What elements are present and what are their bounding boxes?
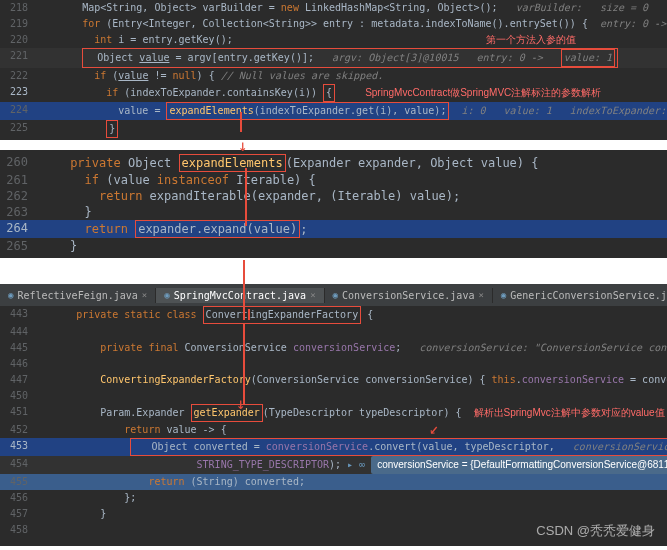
debug-tooltip[interactable]: conversionService = {DefaultFormattingCo… [371,456,667,474]
line-number: 219 [4,16,34,32]
close-icon[interactable]: × [310,290,315,300]
line-number: 447 [4,372,34,388]
java-icon: ◉ [333,290,338,300]
line-number: 264 [4,220,34,236]
line-number: 263 [4,204,34,220]
line-number: 262 [4,188,34,204]
line-number: 453 [4,438,34,454]
code-line[interactable]: 220 int i = entry.getKey(); 第一个方法入参的值 [0,32,667,48]
code-line[interactable]: 456 }; [0,490,667,506]
code-line[interactable]: 451 Param.Expander getExpander(TypeDescr… [0,404,667,422]
line-number: 261 [4,172,34,188]
code-line[interactable]: 443 private static class ConvertingExpan… [0,306,667,324]
code-line[interactable]: 453 Object converted = conversionService… [0,438,667,456]
code-line[interactable]: 218 Map<String, Object> varBuilder = new… [0,0,667,16]
code-line[interactable]: 264 return expander.expand(value); [0,220,667,238]
line-number: 223 [4,84,34,100]
code-line[interactable]: 219 for (Entry<Integer, Collection<Strin… [0,16,667,32]
line-number: 225 [4,120,34,136]
line-number: 220 [4,32,34,48]
code-line[interactable]: 222 if (value != null) { // Null values … [0,68,667,84]
close-icon[interactable]: × [478,290,483,300]
code-line[interactable]: 261 if (value instanceof Iterable) { [0,172,667,188]
code-line[interactable]: 444 [0,324,667,340]
java-icon: ◉ [8,290,13,300]
code-block-2: 260 private Object expandElements(Expand… [0,150,667,258]
code-block-3: 443 private static class ConvertingExpan… [0,306,667,546]
java-icon: ◉ [501,290,506,300]
code-line[interactable]: 263 } [0,204,667,220]
code-line[interactable]: 225 } [0,120,667,138]
tab-conversionservice[interactable]: ◉ConversionService.java× [325,288,493,303]
line-number: 454 [4,456,34,472]
code-line[interactable]: 450 [0,388,667,404]
line-number: 456 [4,490,34,506]
line-number: 458 [4,522,34,538]
line-number: 451 [4,404,34,420]
line-number: 265 [4,238,34,254]
code-line[interactable]: 455 return (String) converted; [0,474,667,490]
code-line[interactable]: 224 value = expandElements(indexToExpand… [0,102,667,120]
code-line[interactable]: 447 ConvertingExpanderFactory(Conversion… [0,372,667,388]
line-number: 457 [4,506,34,522]
line-number: 455 [4,474,34,490]
line-number: 450 [4,388,34,404]
tab-genericconversion[interactable]: ◉GenericConversionService.java× [493,288,667,303]
code-line[interactable]: 221 Object value = argv[entry.getKey()];… [0,48,667,68]
line-number: 222 [4,68,34,84]
java-icon: ◉ [164,290,169,300]
code-line[interactable]: 445 private final ConversionService conv… [0,340,667,356]
line-number: 446 [4,356,34,372]
line-number: 452 [4,422,34,438]
tab-reflectivefeign[interactable]: ◉ReflectiveFeign.java× [0,288,156,303]
code-line[interactable]: 260 private Object expandElements(Expand… [0,154,667,172]
code-line[interactable]: 446 [0,356,667,372]
close-icon[interactable]: × [142,290,147,300]
line-number: 445 [4,340,34,356]
code-line[interactable]: 262 return expandIterable(expander, (Ite… [0,188,667,204]
line-number: 443 [4,306,34,322]
line-number: 444 [4,324,34,340]
line-number: 224 [4,102,34,118]
editor-tabs: ◉ReflectiveFeign.java× ◉SpringMvcContrac… [0,284,667,306]
line-number: 218 [4,0,34,16]
tab-springmvccontract[interactable]: ◉SpringMvcContract.java× [156,288,324,303]
line-number: 260 [4,154,34,170]
code-line[interactable]: 452 return value -> { [0,422,667,438]
code-line[interactable]: 457 } [0,506,667,522]
watermark: CSDN @秃秃爱健身 [536,522,655,540]
code-line[interactable]: 265 } [0,238,667,254]
line-number: 221 [4,48,34,64]
code-line[interactable]: 223 if (indexToExpander.containsKey(i)) … [0,84,667,102]
code-line[interactable]: 454 STRING_TYPE_DESCRIPTOR); ▸ ∞ convers… [0,456,667,474]
code-block-1: 218 Map<String, Object> varBuilder = new… [0,0,667,140]
